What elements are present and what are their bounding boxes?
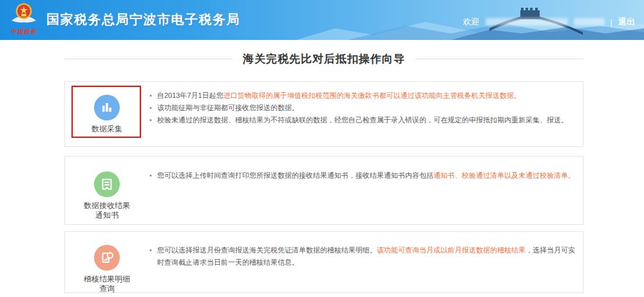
section-receipt-notice: 数据接收结果通知书 您可以选择上传时间查询打印您所报送数据的接收结果通知书，接收… (64, 156, 583, 225)
page-title: 海关完税先比对后抵扣操作向导 (232, 52, 415, 66)
section-bullets: 您可以选择上传时间查询打印您所报送数据的接收结果通知书，接收结果通知书内容包括通… (149, 169, 576, 182)
page-title-row: 海关完税先比对后抵扣操作向导 (64, 52, 583, 66)
site-title: 国家税务总局宁波市电子税务局 (46, 11, 240, 28)
bullet-item: 您可以选择上传时间查询打印您所报送数据的接收结果通知书，接收结果通知书内容包括通… (149, 169, 576, 182)
audit-result-circle (94, 245, 120, 271)
header-user-area: 欢迎 | 退出 (463, 16, 635, 28)
bullet-item: 该功能征期与非征期都可接收您报送的数据。 (149, 102, 576, 114)
bullet-item: 自2013年7月1日起您进口货物取得的属于增值税扣税范围的海关缴款书都可以通过该… (149, 90, 576, 102)
main-content: 海关完税先比对后抵扣操作向导 数据采集 自2013年7月1日起您进口货物取得的属… (64, 52, 583, 293)
emblem-caption: 中国税务 (11, 28, 37, 36)
bullet-item: 校验未通过的报送数据、稽核结果为不符或缺联的数据，经您自己检查属于录入错误的，可… (149, 114, 576, 126)
app-header: 中国税务 国家税务总局宁波市电子税务局 欢迎 | 退出 (0, 0, 644, 40)
tax-bureau-logo: 中国税务 (8, 2, 40, 36)
data-collection-circle (94, 95, 120, 120)
welcome-label: 欢迎 (463, 16, 480, 28)
audit-result-query-button[interactable]: 稽核结果明细查询 (65, 232, 149, 292)
logout-button[interactable]: 退出 (618, 16, 635, 28)
section-data-collection: 数据采集 自2013年7月1日起您进口货物取得的属于增值税扣税范围的海关缴款书都… (64, 81, 583, 147)
receipt-notice-button[interactable]: 数据接收结果通知书 (65, 157, 149, 224)
section-label: 数据采集 (82, 124, 132, 134)
section-label: 稽核结果明细查询 (82, 274, 132, 294)
receipt-icon (94, 171, 120, 197)
masked-username-extra (574, 18, 605, 26)
section-audit-result-query: 稽核结果明细查询 您可以选择报送月份查询报送海关完税凭证清单数据的稽核结果明细。… (64, 231, 583, 293)
bar-chart-icon (94, 95, 120, 120)
section-label: 数据接收结果通知书 (82, 201, 132, 220)
header-divider: | (611, 17, 612, 27)
bullet-item: 您可以选择报送月份查询报送海关完税凭证清单数据的稽核结果明细。该功能可查询当月或… (149, 244, 576, 269)
data-collection-button[interactable]: 数据采集 (65, 82, 149, 146)
receipt-notice-circle (94, 171, 120, 197)
masked-username (486, 18, 568, 26)
document-search-icon (94, 245, 120, 271)
section-bullets: 自2013年7月1日起您进口货物取得的属于增值税扣税范围的海关缴款书都可以通过该… (149, 90, 576, 126)
tax-emblem-icon (8, 2, 39, 29)
section-bullets: 您可以选择报送月份查询报送海关完税凭证清单数据的稽核结果明细。该功能可查询当月或… (149, 244, 576, 269)
